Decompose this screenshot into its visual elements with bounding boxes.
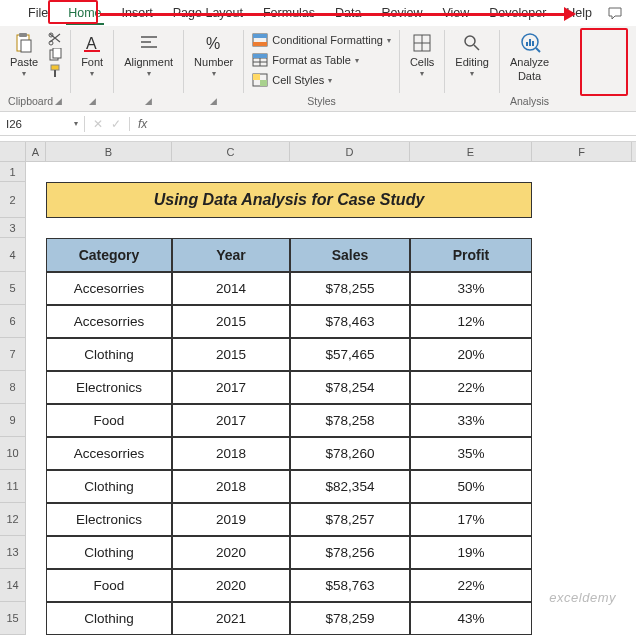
font-button[interactable]: A Font ▾	[75, 30, 109, 81]
cell[interactable]	[532, 182, 632, 218]
cell[interactable]	[26, 338, 46, 371]
cell[interactable]	[26, 503, 46, 536]
table-cell[interactable]: Accesorries	[46, 437, 172, 470]
row-header[interactable]: 5	[0, 272, 26, 305]
cell[interactable]	[26, 218, 46, 238]
table-cell[interactable]: 20%	[410, 338, 532, 371]
row-header[interactable]: 8	[0, 371, 26, 404]
table-cell[interactable]: 43%	[410, 602, 532, 635]
row-header[interactable]: 9	[0, 404, 26, 437]
row-header[interactable]: 1	[0, 162, 26, 182]
table-header[interactable]: Profit	[410, 238, 532, 272]
row-header[interactable]: 4	[0, 238, 26, 272]
col-header-b[interactable]: B	[46, 142, 172, 161]
row-header[interactable]: 11	[0, 470, 26, 503]
row-header[interactable]: 3	[0, 218, 26, 238]
table-cell[interactable]: $78,254	[290, 371, 410, 404]
table-cell[interactable]: Food	[46, 569, 172, 602]
cell[interactable]	[410, 162, 532, 182]
table-cell[interactable]: 50%	[410, 470, 532, 503]
cancel-icon[interactable]: ✕	[93, 117, 103, 131]
table-cell[interactable]: Accesorries	[46, 272, 172, 305]
cell[interactable]	[532, 602, 632, 635]
table-header[interactable]: Sales	[290, 238, 410, 272]
format-painter-icon[interactable]	[48, 64, 64, 78]
cell[interactable]	[26, 602, 46, 635]
row-header[interactable]: 12	[0, 503, 26, 536]
cell[interactable]	[26, 569, 46, 602]
cell[interactable]	[410, 218, 532, 238]
table-cell[interactable]: 33%	[410, 404, 532, 437]
dialog-launcher-icon[interactable]: ◢	[55, 96, 62, 106]
dialog-launcher-icon[interactable]: ◢	[145, 96, 152, 106]
table-cell[interactable]: $58,763	[290, 569, 410, 602]
table-cell[interactable]: Food	[46, 404, 172, 437]
table-cell[interactable]: $78,257	[290, 503, 410, 536]
cell[interactable]	[172, 218, 290, 238]
table-cell[interactable]: Accesorries	[46, 305, 172, 338]
table-cell[interactable]: 22%	[410, 371, 532, 404]
cell[interactable]	[172, 162, 290, 182]
table-cell[interactable]: 22%	[410, 569, 532, 602]
cell[interactable]	[532, 162, 632, 182]
table-cell[interactable]: 2019	[172, 503, 290, 536]
table-cell[interactable]: Clothing	[46, 602, 172, 635]
col-header-e[interactable]: E	[410, 142, 532, 161]
cell[interactable]	[290, 218, 410, 238]
table-cell[interactable]: 2020	[172, 536, 290, 569]
select-all-button[interactable]	[0, 142, 26, 161]
col-header-c[interactable]: C	[172, 142, 290, 161]
cell[interactable]	[26, 536, 46, 569]
table-cell[interactable]: Electronics	[46, 371, 172, 404]
cell[interactable]	[26, 272, 46, 305]
row-header[interactable]: 7	[0, 338, 26, 371]
cell[interactable]	[532, 305, 632, 338]
fx-icon[interactable]: fx	[130, 117, 155, 131]
table-cell[interactable]: 12%	[410, 305, 532, 338]
title-cell[interactable]: Using Data Analysis for Case Study	[46, 182, 532, 218]
cell[interactable]	[46, 162, 172, 182]
paste-button[interactable]: Paste ▾	[4, 30, 44, 81]
editing-button[interactable]: Editing ▾	[449, 30, 495, 81]
col-header-a[interactable]: A	[26, 142, 46, 161]
table-cell[interactable]: 17%	[410, 503, 532, 536]
cell[interactable]	[26, 162, 46, 182]
cell[interactable]	[532, 238, 632, 272]
cells-button[interactable]: Cells ▾	[404, 30, 440, 81]
table-cell[interactable]: $78,258	[290, 404, 410, 437]
dialog-launcher-icon[interactable]: ◢	[89, 96, 96, 106]
dialog-launcher-icon[interactable]: ◢	[210, 96, 217, 106]
table-cell[interactable]: $78,463	[290, 305, 410, 338]
number-button[interactable]: % Number ▾	[188, 30, 239, 81]
table-cell[interactable]: 2021	[172, 602, 290, 635]
cell[interactable]	[532, 536, 632, 569]
table-cell[interactable]: $82,354	[290, 470, 410, 503]
enter-icon[interactable]: ✓	[111, 117, 121, 131]
cell[interactable]	[532, 272, 632, 305]
cell[interactable]	[290, 162, 410, 182]
name-box[interactable]: I26 ▾	[0, 116, 85, 132]
table-cell[interactable]: $57,465	[290, 338, 410, 371]
cell[interactable]	[26, 182, 46, 218]
col-header-d[interactable]: D	[290, 142, 410, 161]
cell[interactable]	[532, 338, 632, 371]
cell[interactable]	[26, 371, 46, 404]
table-cell[interactable]: Clothing	[46, 338, 172, 371]
cell[interactable]	[26, 470, 46, 503]
table-header[interactable]: Category	[46, 238, 172, 272]
table-cell[interactable]: 19%	[410, 536, 532, 569]
table-cell[interactable]: Clothing	[46, 536, 172, 569]
cell[interactable]	[26, 305, 46, 338]
cell[interactable]	[532, 503, 632, 536]
row-header[interactable]: 6	[0, 305, 26, 338]
format-as-table-button[interactable]: Format as Table▾	[250, 52, 393, 68]
table-cell[interactable]: $78,256	[290, 536, 410, 569]
table-cell[interactable]: Clothing	[46, 470, 172, 503]
cell[interactable]	[532, 470, 632, 503]
row-header[interactable]: 14	[0, 569, 26, 602]
conditional-formatting-button[interactable]: Conditional Formatting▾	[250, 32, 393, 48]
tab-file[interactable]: File	[18, 2, 58, 24]
table-cell[interactable]: 2015	[172, 305, 290, 338]
row-header[interactable]: 10	[0, 437, 26, 470]
cell[interactable]	[532, 404, 632, 437]
